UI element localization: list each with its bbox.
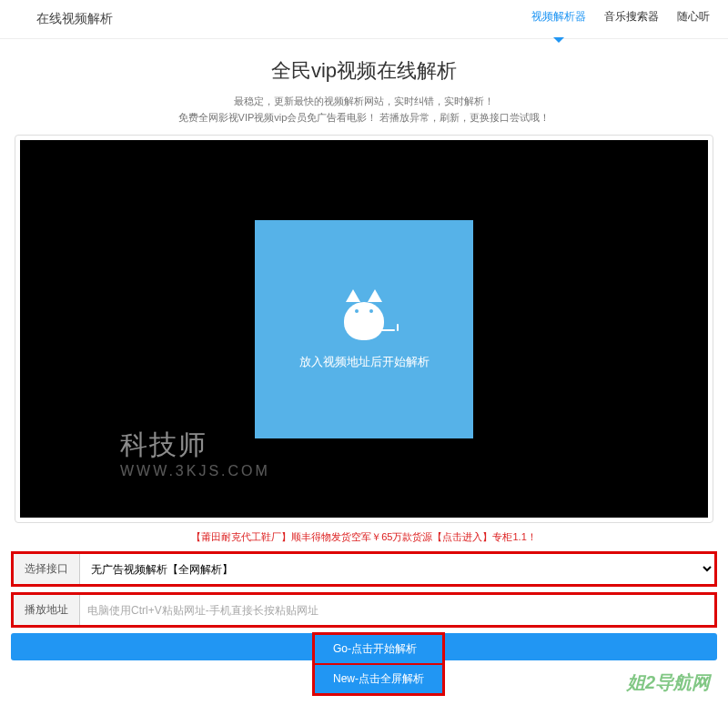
subtitle-line-1: 最稳定，更新最快的视频解析网站，实时纠错，实时解析！	[0, 94, 728, 110]
nav-video-parser[interactable]: 视频解析器	[531, 9, 586, 29]
api-label: 选择接口	[14, 554, 80, 584]
watermark-main: 科技师	[120, 427, 207, 464]
video-placeholder: 放入视频地址后开始解析	[255, 220, 473, 438]
url-label: 播放地址	[14, 595, 80, 625]
placeholder-hint: 放入视频地址后开始解析	[299, 354, 430, 370]
nav-random-listen[interactable]: 随心听	[677, 9, 710, 29]
footer-watermark: 姐2导航网	[627, 670, 710, 695]
video-player[interactable]: 放入视频地址后开始解析 科技师 WWW.3KJS.COM	[20, 140, 708, 518]
url-input[interactable]	[80, 595, 714, 625]
page-subtitle: 最稳定，更新最快的视频解析网站，实时纠错，实时解析！ 免费全网影视VIP视频vi…	[0, 94, 728, 126]
subtitle-line-2: 免费全网影视VIP视频vip会员免广告看电影！ 若播放异常，刷新，更换接口尝试哦…	[0, 110, 728, 126]
api-select[interactable]: 无广告视频解析【全网解析】	[80, 554, 714, 584]
nav-music-search[interactable]: 音乐搜索器	[604, 9, 659, 29]
go-parse-button[interactable]: Go-点击开始解析	[315, 635, 442, 665]
url-input-row: 播放地址	[11, 592, 717, 628]
main-nav: 视频解析器 音乐搜索器 随心听	[531, 9, 710, 29]
cat-icon	[337, 287, 391, 340]
site-title: 在线视频解析	[18, 11, 113, 27]
center-button-group: Go-点击开始解析 New-点击全屏解析	[312, 632, 445, 696]
watermark-url: WWW.3KJS.COM	[120, 463, 270, 479]
api-select-row: 选择接口 无广告视频解析【全网解析】	[11, 551, 717, 587]
header: 在线视频解析 视频解析器 音乐搜索器 随心听	[0, 0, 728, 39]
go-button-bg[interactable]	[11, 633, 362, 660]
video-container: 放入视频地址后开始解析 科技师 WWW.3KJS.COM	[15, 135, 713, 523]
page-title: 全民vip视频在线解析	[0, 57, 728, 85]
fullscreen-parse-button[interactable]: New-点击全屏解析	[315, 665, 442, 693]
ad-banner[interactable]: 【莆田耐克代工鞋厂】顺丰得物发货空军￥65万款货源【点击进入】专柜1.1！	[0, 530, 728, 544]
